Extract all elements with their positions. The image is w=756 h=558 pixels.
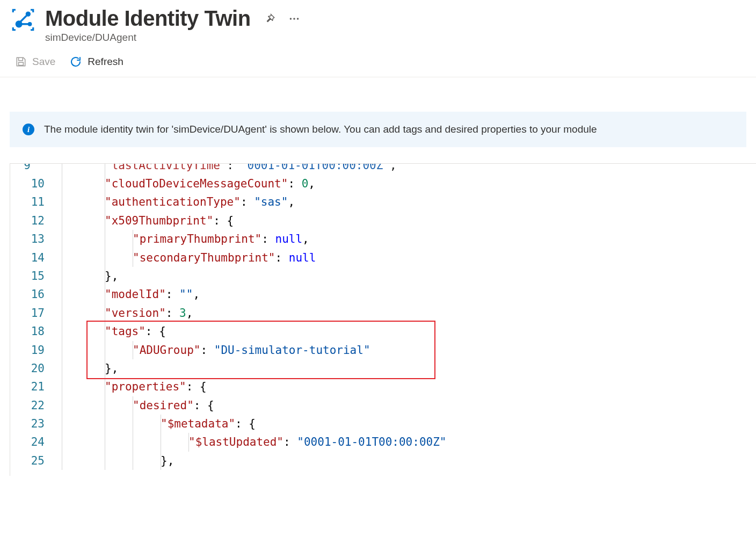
code-line[interactable]: }, — [71, 267, 756, 285]
save-label: Save — [32, 56, 55, 68]
code-line[interactable]: "modelId": "", — [71, 285, 756, 303]
code-line[interactable]: }, — [71, 452, 756, 470]
refresh-button[interactable]: Refresh — [69, 55, 123, 68]
info-message-text: The module identity twin for 'simDevice/… — [44, 124, 597, 135]
code-line[interactable]: "$lastUpdated": "0001-01-01T00:00:00Z" — [71, 433, 756, 451]
code-content[interactable]: lastActivityTime : 0001-01-01T00:00:00Z … — [71, 164, 756, 470]
code-line[interactable]: "x509Thumbprint": { — [71, 212, 756, 230]
command-bar: Save Refresh — [0, 48, 756, 77]
more-icon[interactable] — [288, 13, 300, 25]
code-line[interactable]: "version": 3, — [71, 304, 756, 322]
code-line[interactable]: "tags": { — [71, 322, 756, 340]
info-icon: i — [23, 124, 34, 135]
page-header: Module Identity Twin simDevice/DUAgent — [0, 0, 756, 48]
page-title: Module Identity Twin — [45, 6, 251, 31]
code-line[interactable]: lastActivityTime : 0001-01-01T00:00:00Z … — [71, 164, 756, 175]
info-message-bar: i The module identity twin for 'simDevic… — [10, 112, 746, 147]
svg-point-2 — [28, 22, 32, 26]
module-twin-icon — [10, 6, 37, 33]
code-line[interactable]: "$metadata": { — [71, 415, 756, 433]
refresh-label: Refresh — [88, 56, 123, 68]
svg-rect-6 — [19, 62, 24, 66]
breadcrumb: simDevice/DUAgent — [45, 32, 746, 44]
code-line[interactable]: "authenticationType": "sas", — [71, 193, 756, 211]
code-line[interactable]: }, — [71, 359, 756, 378]
fold-gutter — [59, 164, 71, 470]
pin-icon[interactable] — [264, 13, 275, 25]
code-line[interactable]: "ADUGroup": "DU-simulator-tutorial" — [71, 341, 756, 359]
json-editor[interactable]: 910111213141516171819202122232425 lastAc… — [10, 163, 756, 476]
save-icon — [15, 56, 27, 68]
line-number-gutter: 910111213141516171819202122232425 — [10, 164, 59, 470]
svg-point-3 — [289, 18, 292, 20]
refresh-icon — [69, 55, 82, 68]
code-line[interactable]: "properties": { — [71, 378, 756, 396]
svg-point-4 — [293, 18, 295, 20]
save-button: Save — [15, 56, 55, 68]
code-line[interactable]: "desired": { — [71, 396, 756, 415]
code-line[interactable]: "cloudToDeviceMessageCount": 0, — [71, 175, 756, 193]
code-line[interactable]: "secondaryThumbprint": null — [71, 249, 756, 267]
svg-point-5 — [296, 18, 299, 20]
code-line[interactable]: "primaryThumbprint": null, — [71, 230, 756, 248]
